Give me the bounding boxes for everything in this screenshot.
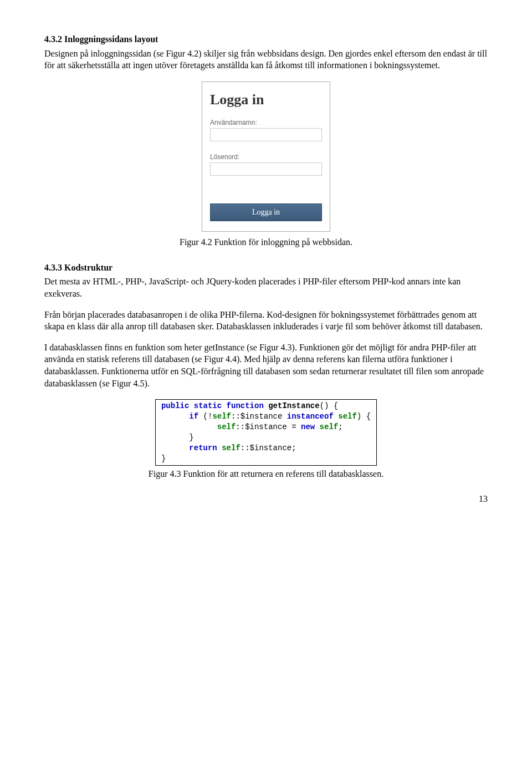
username-label: Användarnamn: xyxy=(210,118,322,127)
code-text: ::$instance xyxy=(231,412,287,421)
section-heading-432: 4.3.2 Inloggningssidans layout xyxy=(44,33,488,45)
section-432-paragraph: Designen på inloggningssidan (se Figur 4… xyxy=(44,48,488,72)
section-433-p1: Det mesta av HTML-, PHP-, JavaScript- oc… xyxy=(44,276,488,299)
figure-42-caption: Figur 4.2 Funktion för inloggning på web… xyxy=(44,236,488,248)
kw-self: self xyxy=(217,422,236,431)
figure-43-caption: Figur 4.3 Funktion för att returnera en … xyxy=(44,468,488,480)
login-button[interactable]: Logga in xyxy=(210,203,322,221)
kw-function: function xyxy=(227,401,264,410)
kw-return: return xyxy=(189,444,217,452)
code-figure: public static function getInstance() { i… xyxy=(44,399,488,465)
login-figure: Logga in Användarnamn: Lösenord: Logga i… xyxy=(44,82,488,232)
login-box: Logga in Användarnamn: Lösenord: Logga i… xyxy=(202,82,330,232)
code-text: () { xyxy=(320,401,339,410)
code-text xyxy=(334,412,338,421)
code-text: ; xyxy=(338,422,342,431)
password-label: Lösenord: xyxy=(210,152,322,161)
code-text: (! xyxy=(198,412,212,421)
kw-public: public xyxy=(161,401,189,410)
code-text: } xyxy=(189,433,193,442)
username-input[interactable] xyxy=(210,128,322,141)
code-text: ::$instance; xyxy=(241,444,296,452)
section-heading-433: 4.3.3 Kodstruktur xyxy=(44,262,488,274)
section-433-p3: I databasklassen finns en funktion som h… xyxy=(44,342,488,389)
kw-instanceof: instanceof xyxy=(287,412,334,421)
code-text: ) { xyxy=(357,412,371,421)
page-number: 13 xyxy=(44,493,488,505)
section-433-p2: Från början placerades databasanropen i … xyxy=(44,309,488,333)
kw-self: self xyxy=(222,444,241,452)
kw-self: self xyxy=(212,412,231,421)
code-text: ::$instance = xyxy=(236,422,301,431)
kw-static: static xyxy=(194,401,222,410)
kw-self: self xyxy=(338,412,357,421)
fn-name: getInstance xyxy=(268,401,319,410)
password-input[interactable] xyxy=(210,162,322,176)
kw-new: new xyxy=(301,422,315,431)
login-spacer xyxy=(210,187,322,203)
login-title: Logga in xyxy=(210,90,322,109)
kw-if: if xyxy=(189,412,198,421)
code-text: } xyxy=(161,454,166,463)
kw-self: self xyxy=(320,422,339,431)
code-box: public static function getInstance() { i… xyxy=(155,399,377,465)
